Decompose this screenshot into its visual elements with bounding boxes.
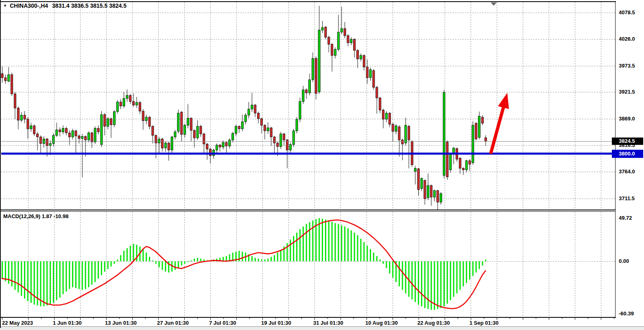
symbol-dropdown-icon[interactable]: ▼ bbox=[3, 4, 7, 8]
price-axis-label: 3921.5 bbox=[619, 89, 635, 95]
time-axis-label: 7 Jul 01:30 bbox=[209, 320, 236, 326]
time-axis-label: 22 May 2023 bbox=[2, 320, 33, 326]
price-axis-label: 3764.0 bbox=[619, 168, 635, 175]
price-chart-canvas[interactable] bbox=[0, 0, 616, 210]
trading-chart-window: ▼ CHINA300-,H4 3831.4 3836.5 3815.5 3824… bbox=[0, 0, 644, 330]
time-axis-label: 10 Aug 01:30 bbox=[365, 320, 398, 326]
macd-axis-label: -60.39 bbox=[619, 310, 634, 317]
ohlc-readout: 3831.4 3836.5 3815.5 3824.5 bbox=[52, 2, 127, 9]
time-axis-label: 13 Jun 01:30 bbox=[105, 320, 137, 326]
time-axis[interactable]: 22 May 20231 Jun 01:3013 Jun 01:3027 Jun… bbox=[0, 318, 616, 326]
time-axis-label: 22 Aug 01:30 bbox=[417, 320, 450, 326]
time-axis-label: 1 Sep 01:30 bbox=[469, 320, 499, 326]
time-axis-ticks bbox=[0, 318, 616, 326]
time-axis-label: 1 Jun 01:30 bbox=[53, 320, 82, 326]
macd-axis-label: 49.72 bbox=[619, 215, 632, 221]
price-axis-label: 4026.0 bbox=[619, 36, 635, 42]
macd-chart-canvas[interactable] bbox=[0, 210, 616, 318]
hline-price-tag: 3800.0 bbox=[612, 150, 643, 158]
chart-title: ▼ CHINA300-,H4 3831.4 3836.5 3815.5 3824… bbox=[3, 2, 127, 9]
last-price-tag: 3824.5 bbox=[612, 138, 643, 145]
price-axis-label: 3711.5 bbox=[619, 195, 635, 202]
price-axis-label: 3869.0 bbox=[619, 116, 635, 122]
price-axis-label: 4078.5 bbox=[619, 9, 635, 16]
price-axis-label: 3973.5 bbox=[619, 63, 635, 69]
price-axis[interactable]: 3824.5 3800.0 4078.54026.03973.53921.538… bbox=[616, 0, 644, 330]
time-axis-label: 19 Jul 01:30 bbox=[261, 320, 291, 326]
window-left-border bbox=[0, 0, 1, 328]
macd-indicator-label: MACD(12,26,9) 1.87 -10.98 bbox=[3, 213, 68, 219]
bottom-strip bbox=[0, 326, 644, 330]
symbol-label: CHINA300-,H4 bbox=[10, 2, 48, 9]
time-axis-label: 27 Jun 01:30 bbox=[157, 320, 189, 326]
time-axis-label: 31 Jul 01:30 bbox=[313, 320, 343, 326]
macd-axis-label: 0.00 bbox=[619, 258, 629, 264]
